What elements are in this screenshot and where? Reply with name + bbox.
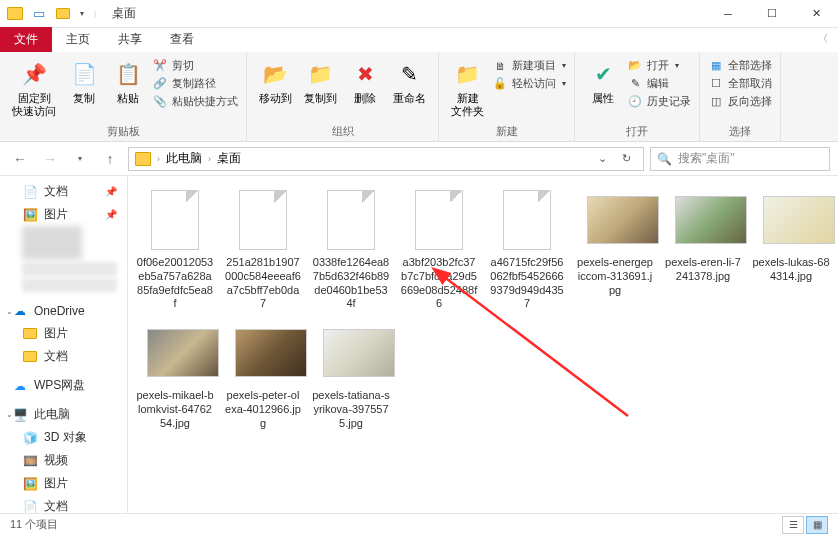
file-item[interactable]: pexels-lukas-684314.jpg <box>752 188 830 311</box>
moveto-button[interactable]: 📂移动到 <box>255 56 296 107</box>
newfolder-button[interactable]: 📁新建 文件夹 <box>447 56 488 120</box>
file-name: pexels-mikael-blomkvist-6476254.jpg <box>136 389 214 430</box>
pics-icon: 🖼️ <box>22 476 38 492</box>
sidebar-item-onedrive-pics[interactable]: 图片 <box>0 322 127 345</box>
qat-newfolder-icon[interactable] <box>52 3 74 25</box>
history-dropdown-icon[interactable]: ▾ <box>68 147 92 171</box>
sidebar-item-documents2[interactable]: 📄文档 <box>0 495 127 513</box>
file-item[interactable]: pexels-peter-olexa-4012966.jpg <box>224 321 302 430</box>
copy-button[interactable]: 📄复制 <box>64 56 104 107</box>
close-button[interactable]: ✕ <box>794 0 838 28</box>
sidebar-item-onedrive-docs[interactable]: 文档 <box>0 345 127 368</box>
copypath-button[interactable]: 🔗复制路径 <box>152 76 238 91</box>
image-thumb-icon <box>235 321 291 385</box>
selectnone-button[interactable]: ☐全部取消 <box>708 76 772 91</box>
selectall-button[interactable]: ▦全部选择 <box>708 58 772 73</box>
group-label-new: 新建 <box>447 122 566 139</box>
cut-button[interactable]: ✂️剪切 <box>152 58 238 73</box>
files-pane[interactable]: 0f06e20012053eb5a757a628a85fa9efdfc5ea8f… <box>128 176 838 513</box>
file-name: a3bf203b2fc37b7c7bfd8a29d5669e08d52488f6 <box>400 256 478 311</box>
chevron-right-icon: › <box>208 154 211 164</box>
up-button[interactable]: ↑ <box>98 147 122 171</box>
copypath-icon: 🔗 <box>152 77 168 90</box>
file-item[interactable]: a46715fc29f56062fbf54526669379d949d4357 <box>488 188 566 311</box>
refresh-button[interactable]: ↻ <box>615 152 637 165</box>
app-icon <box>4 3 26 25</box>
breadcrumb-desktop[interactable]: 桌面 <box>217 150 241 167</box>
pin-quickaccess-button[interactable]: 📌固定到 快速访问 <box>8 56 60 120</box>
sidebar-item-documents[interactable]: 📄文档📌 <box>0 180 127 203</box>
qat-properties-icon[interactable]: ▭ <box>28 3 50 25</box>
sidebar-item-3dobjects[interactable]: 🧊3D 对象 <box>0 426 127 449</box>
view-details-button[interactable]: ☰ <box>782 516 804 534</box>
open-icon: 📂 <box>627 59 643 72</box>
back-button[interactable]: ← <box>8 147 32 171</box>
ribbon: 📌固定到 快速访问 📄复制 📋粘贴 ✂️剪切 🔗复制路径 📎粘贴快捷方式 剪贴板… <box>0 52 838 142</box>
image-thumb-icon <box>323 321 379 385</box>
edit-button[interactable]: ✎编辑 <box>627 76 691 91</box>
newitem-button[interactable]: 🗎新建项目▾ <box>492 58 566 73</box>
folder-icon <box>135 152 151 166</box>
rename-button[interactable]: ✎重命名 <box>389 56 430 107</box>
file-item[interactable]: 0f06e20012053eb5a757a628a85fa9efdfc5ea8f <box>136 188 214 311</box>
sidebar-blurred-item <box>22 278 117 292</box>
sidebar-item-pictures2[interactable]: 🖼️图片 <box>0 472 127 495</box>
file-item[interactable]: a3bf203b2fc37b7c7bfd8a29d5669e08d52488f6 <box>400 188 478 311</box>
pics-icon: 🖼️ <box>22 207 38 223</box>
copyto-icon: 📁 <box>305 58 337 90</box>
selectnone-icon: ☐ <box>708 77 724 90</box>
image-thumb-icon <box>147 321 203 385</box>
file-item[interactable]: pexels-tatiana-syrikova-3975575.jpg <box>312 321 390 430</box>
selectinvert-button[interactable]: ◫反向选择 <box>708 94 772 109</box>
delete-button[interactable]: ✖删除 <box>345 56 385 107</box>
file-item[interactable]: pexels-eren-li-7241378.jpg <box>664 188 742 311</box>
blank-file-icon <box>411 188 467 252</box>
address-bar[interactable]: › 此电脑 › 桌面 ⌄ ↻ <box>128 147 644 171</box>
forward-button[interactable]: → <box>38 147 62 171</box>
paste-button[interactable]: 📋粘贴 <box>108 56 148 107</box>
sidebar-item-wps[interactable]: ☁WPS网盘 <box>0 374 127 397</box>
file-item[interactable]: 251a281b1907000c584eeeaf6a7c5bff7eb0da7 <box>224 188 302 311</box>
file-item[interactable]: pexels-mikael-blomkvist-6476254.jpg <box>136 321 214 430</box>
breadcrumb-thispc[interactable]: 此电脑 <box>166 150 202 167</box>
sidebar-item-videos[interactable]: 🎞️视频 <box>0 449 127 472</box>
open-button[interactable]: 📂打开▾ <box>627 58 691 73</box>
titlebar: ▭ ▾ | 桌面 ─ ☐ ✕ <box>0 0 838 28</box>
objects3d-icon: 🧊 <box>22 430 38 446</box>
addr-dropdown-icon[interactable]: ⌄ <box>591 152 613 165</box>
copyto-button[interactable]: 📁复制到 <box>300 56 341 107</box>
folder-icon <box>22 326 38 342</box>
maximize-button[interactable]: ☐ <box>750 0 794 28</box>
sidebar-item-onedrive[interactable]: ⌄☁OneDrive <box>0 300 127 322</box>
search-input[interactable]: 🔍 搜索"桌面" <box>650 147 830 171</box>
sidebar-item-pictures[interactable]: 🖼️图片📌 <box>0 203 127 226</box>
file-name: pexels-energepiccom-313691.jpg <box>576 256 654 297</box>
docs-icon: 📄 <box>22 184 38 200</box>
edit-icon: ✎ <box>627 77 643 90</box>
qat-dropdown-icon[interactable]: ▾ <box>76 9 88 18</box>
minimize-button[interactable]: ─ <box>706 0 750 28</box>
ribbon-group-clipboard: 📌固定到 快速访问 📄复制 📋粘贴 ✂️剪切 🔗复制路径 📎粘贴快捷方式 剪贴板 <box>0 52 247 141</box>
pasteshortcut-button[interactable]: 📎粘贴快捷方式 <box>152 94 238 109</box>
window-title: 桌面 <box>112 5 136 22</box>
cut-icon: ✂️ <box>152 59 168 72</box>
view-largeicons-button[interactable]: ▦ <box>806 516 828 534</box>
history-button[interactable]: 🕘历史记录 <box>627 94 691 109</box>
collapse-ribbon-icon[interactable]: 〈 <box>818 32 828 46</box>
onedrive-icon: ☁ <box>12 303 28 319</box>
easyaccess-button[interactable]: 🔓轻松访问▾ <box>492 76 566 91</box>
pin-icon: 📌 <box>105 209 123 220</box>
tab-view[interactable]: 查看 <box>156 27 208 52</box>
tab-home[interactable]: 主页 <box>52 27 104 52</box>
file-name: pexels-lukas-684314.jpg <box>752 256 830 284</box>
file-item[interactable]: pexels-energepiccom-313691.jpg <box>576 188 654 311</box>
tab-share[interactable]: 共享 <box>104 27 156 52</box>
properties-button[interactable]: ✔属性 <box>583 56 623 107</box>
ribbon-group-select: ▦全部选择 ☐全部取消 ◫反向选择 选择 <box>700 52 781 141</box>
tab-file[interactable]: 文件 <box>0 27 52 52</box>
wps-icon: ☁ <box>12 378 28 394</box>
file-item[interactable]: 0338fe1264ea87b5d632f46b89de0460b1be534f <box>312 188 390 311</box>
sidebar-item-thispc[interactable]: ⌄🖥️此电脑 <box>0 403 127 426</box>
selectall-icon: ▦ <box>708 59 724 72</box>
delete-icon: ✖ <box>349 58 381 90</box>
